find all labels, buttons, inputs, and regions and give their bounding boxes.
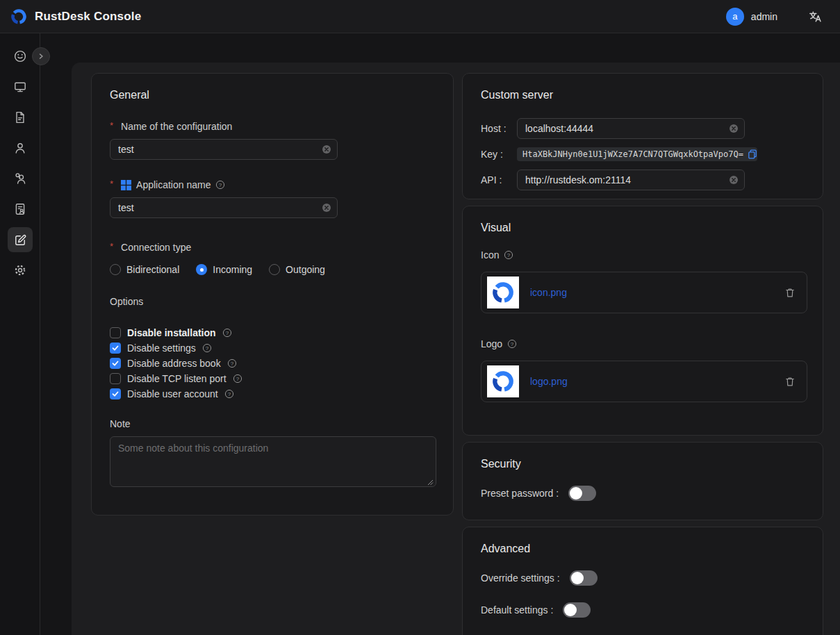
app-name-field — [110, 197, 338, 218]
host-label: Host : — [481, 123, 517, 134]
icon-label-row: Icon ? — [481, 249, 805, 261]
api-input[interactable] — [517, 170, 745, 190]
help-icon[interactable]: ? — [202, 343, 212, 353]
trash-icon[interactable] — [784, 376, 796, 387]
help-icon[interactable]: ? — [215, 180, 225, 190]
checkbox-box — [110, 343, 121, 354]
key-value-box: HtaXBkJNHyn0e1U1jWXze7A7CN7QTGWqxkOtpaVp… — [517, 147, 757, 161]
logo-label: Logo — [481, 338, 502, 349]
trash-icon[interactable] — [784, 287, 796, 298]
visual-card: Visual Icon ? icon.png — [462, 206, 823, 436]
checkbox-disable-tcp-listen-port[interactable]: Disable TCP listen port ? — [110, 371, 435, 386]
key-row: Key : HtaXBkJNHyn0e1U1jWXze7A7CN7QTGWqxk… — [481, 147, 805, 161]
sidebar-nav — [0, 33, 40, 635]
checkbox-box — [110, 388, 121, 399]
radio-outgoing[interactable]: Outgoing — [269, 264, 325, 275]
checkbox-disable-user-account[interactable]: Disable user account ? — [110, 386, 435, 402]
help-icon[interactable]: ? — [222, 328, 232, 338]
user-icon — [8, 135, 33, 160]
main-content: General Name of the configuration Applic… — [72, 63, 840, 635]
svg-text:?: ? — [228, 391, 231, 397]
default-settings-row: Default settings : — [481, 602, 805, 618]
sidebar-item-audit-log[interactable] — [0, 194, 40, 224]
help-icon[interactable]: ? — [504, 250, 513, 260]
host-input[interactable] — [517, 118, 745, 139]
top-bar: RustDesk Console a admin — [0, 0, 840, 33]
svg-text:?: ? — [225, 330, 229, 336]
config-name-label: Name of the configuration — [110, 121, 435, 132]
default-settings-toggle[interactable] — [563, 602, 591, 618]
api-field — [517, 170, 745, 190]
user-search-icon — [8, 166, 33, 191]
logo-thumbnail — [487, 365, 519, 397]
radio-incoming[interactable]: Incoming — [196, 264, 252, 275]
options-label: Options — [110, 296, 435, 307]
document-icon — [8, 105, 33, 130]
radio-dot — [110, 264, 121, 275]
sidebar-expand-button[interactable] — [32, 47, 50, 65]
override-settings-row: Override settings : — [481, 570, 805, 586]
clear-icon[interactable] — [322, 203, 331, 213]
api-row: API : — [481, 170, 805, 190]
custom-server-title: Custom server — [481, 89, 805, 101]
config-name-field — [110, 139, 338, 160]
sidebar-item-custom-client[interactable] — [0, 224, 40, 255]
smiley-icon — [8, 44, 33, 69]
checkbox-box — [110, 327, 121, 338]
help-icon[interactable]: ? — [507, 339, 517, 349]
radio-bidirectional[interactable]: Bidirectional — [110, 264, 179, 275]
icon-label: Icon — [481, 249, 499, 261]
icon-file-link[interactable]: icon.png — [530, 287, 773, 298]
icon-upload-box: icon.png — [481, 272, 807, 313]
note-textarea[interactable] — [110, 436, 436, 487]
override-settings-toggle[interactable] — [570, 570, 598, 586]
key-label: Key : — [481, 149, 517, 160]
svg-text:?: ? — [219, 182, 222, 188]
app-name-label-row: Application name ? — [110, 179, 435, 190]
document-user-icon — [8, 197, 33, 222]
advanced-card: Advanced Override settings : Default set… — [462, 527, 823, 635]
windows-icon — [121, 180, 131, 190]
preset-password-row: Preset password : — [481, 486, 805, 501]
checkbox-disable-address-book[interactable]: Disable address book ? — [110, 356, 435, 371]
checkbox-disable-installation[interactable]: Disable installation ? — [110, 325, 435, 340]
icon-thumbnail — [487, 277, 519, 308]
clear-icon[interactable] — [729, 124, 739, 133]
username[interactable]: admin — [751, 11, 777, 22]
default-settings-label: Default settings : — [481, 604, 553, 616]
advanced-title: Advanced — [481, 543, 805, 555]
preset-password-label: Preset password : — [481, 488, 559, 499]
help-icon[interactable]: ? — [224, 389, 234, 399]
sidebar-item-documents[interactable] — [0, 102, 40, 133]
custom-server-card: Custom server Host : Key : HtaXBkJNHyn0e… — [462, 73, 823, 199]
avatar[interactable]: a — [726, 8, 744, 26]
clear-icon[interactable] — [729, 175, 739, 185]
sidebar-item-users[interactable] — [0, 133, 40, 163]
svg-text:?: ? — [206, 345, 209, 352]
general-title: General — [110, 89, 435, 101]
key-value: HtaXBkJNHyn0e1U1jWXze7A7CN7QTGWqxkOtpaVp… — [522, 149, 743, 159]
sidebar-item-user-groups[interactable] — [0, 163, 40, 194]
host-field — [517, 118, 745, 139]
sidebar-item-settings[interactable] — [0, 255, 40, 286]
security-title: Security — [481, 458, 805, 470]
help-icon[interactable]: ? — [233, 374, 242, 384]
svg-text:?: ? — [511, 341, 514, 347]
app-name-input[interactable] — [110, 197, 338, 218]
clear-icon[interactable] — [322, 145, 331, 154]
monitor-icon — [8, 74, 33, 99]
logo-file-link[interactable]: logo.png — [530, 376, 773, 387]
logo-label-row: Logo ? — [481, 338, 805, 349]
translate-icon[interactable] — [808, 10, 822, 24]
copy-icon[interactable] — [748, 149, 757, 159]
radio-dot — [196, 264, 207, 275]
checkbox-disable-settings[interactable]: Disable settings ? — [110, 340, 435, 356]
right-column: Custom server Host : Key : HtaXBkJNHyn0e… — [462, 73, 823, 635]
general-card: General Name of the configuration Applic… — [91, 73, 454, 516]
preset-password-toggle[interactable] — [568, 486, 596, 501]
edit-icon — [8, 227, 33, 252]
help-icon[interactable]: ? — [227, 358, 237, 368]
config-name-input[interactable] — [110, 139, 338, 160]
checkbox-box — [110, 373, 121, 384]
sidebar-item-devices[interactable] — [0, 72, 40, 102]
